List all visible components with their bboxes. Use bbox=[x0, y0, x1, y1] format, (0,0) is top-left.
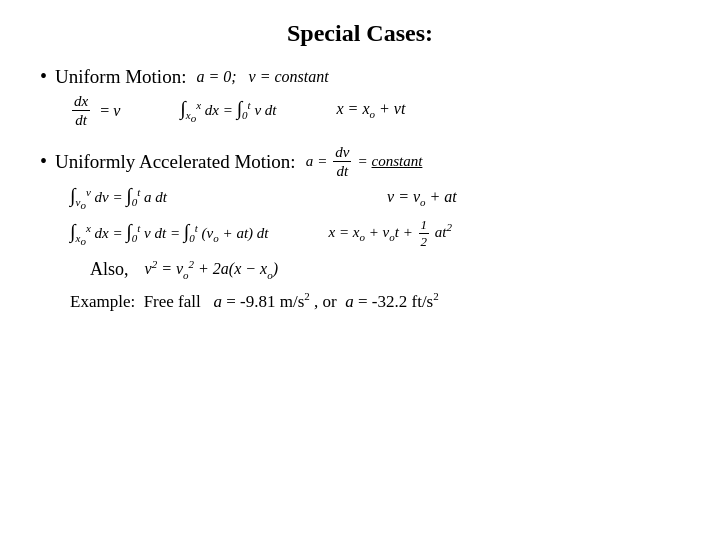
section1-equations: dx dt = v ∫xox dx = ∫0t v dt x = xo + vt bbox=[70, 92, 680, 129]
eq2-x-eq: x = xo + vot + 1 2 at2 bbox=[329, 217, 452, 250]
eq1-integral: ∫xox dx = ∫0t v dt bbox=[180, 97, 276, 124]
section2-header: • Uniformly Accelerated Motion: a = dv d… bbox=[40, 143, 680, 180]
section2-label: Uniformly Accelerated Motion: bbox=[55, 151, 296, 173]
eq1-xvt: x = xo + vt bbox=[337, 100, 406, 120]
section2-row1: ∫vov dv = ∫0t a dt v = vo + at bbox=[70, 184, 680, 211]
also-label: Also, bbox=[90, 259, 129, 280]
section-uniform-motion: • Uniform Motion: a = 0; v = constant dx… bbox=[40, 65, 680, 129]
constant-label: constant bbox=[372, 153, 423, 170]
eq2-integral-dx: ∫xox dx = ∫0t v dt = ∫0t (vo + at) dt bbox=[70, 220, 269, 247]
section-accel-motion: • Uniformly Accelerated Motion: a = dv d… bbox=[40, 143, 680, 281]
bullet-2: • bbox=[40, 150, 47, 173]
bullet-1: • bbox=[40, 65, 47, 88]
eq2-integral-dv: ∫vov dv = ∫0t a dt bbox=[70, 184, 167, 211]
example-row: Example: Free fall a = -9.81 m/s2 , or a… bbox=[70, 291, 680, 313]
section2-row2: ∫xox dx = ∫0t v dt = ∫0t (vo + at) dt x … bbox=[70, 217, 680, 250]
page-title: Special Cases: bbox=[40, 20, 680, 47]
section1-inline-eq: a = 0; v = constant bbox=[196, 68, 328, 86]
also-eq: v2 = vo2 + 2a(x − xo) bbox=[145, 258, 278, 281]
section2-inline-eq: a = dv dt = constant bbox=[306, 143, 423, 180]
eq1-equals: = v bbox=[96, 102, 120, 120]
section1-header: • Uniform Motion: a = 0; v = constant bbox=[40, 65, 680, 88]
frac-dx-dt: dx dt bbox=[72, 92, 90, 129]
example-text: Example: Free fall a = -9.81 m/s2 , or a… bbox=[70, 292, 439, 311]
eq2-v-eq: v = vo + at bbox=[387, 188, 457, 208]
frac-dv-dt: dv dt bbox=[333, 143, 351, 180]
section1-label: Uniform Motion: bbox=[55, 66, 186, 88]
eq1-dxdt: dx dt = v bbox=[70, 92, 120, 129]
also-row: Also, v2 = vo2 + 2a(x − xo) bbox=[90, 258, 680, 281]
page: Special Cases: • Uniform Motion: a = 0; … bbox=[0, 0, 720, 540]
